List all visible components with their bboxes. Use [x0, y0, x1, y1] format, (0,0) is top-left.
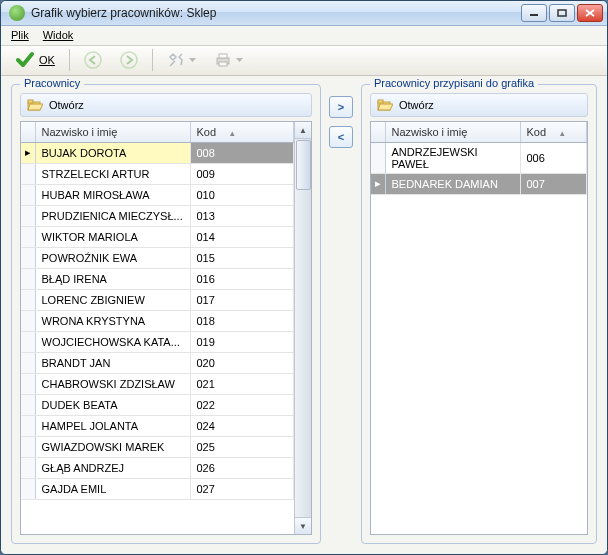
table-row[interactable]: LORENC ZBIGNIEW017: [21, 289, 294, 310]
ok-button[interactable]: OK: [9, 47, 61, 73]
employees-legend: Pracownicy: [20, 77, 84, 89]
row-marker-header[interactable]: [21, 122, 35, 142]
cell-code: 015: [190, 247, 294, 268]
table-row[interactable]: WOJCIECHOWSKA KATA...019: [21, 331, 294, 352]
scrollbar[interactable]: ▲ ▼: [294, 122, 311, 534]
cell-code: 010: [190, 184, 294, 205]
table-row[interactable]: HUBAR MIROSŁAWA010: [21, 184, 294, 205]
cell-name: BRANDT JAN: [35, 352, 190, 373]
cell-code: 020: [190, 352, 294, 373]
tools-button[interactable]: [161, 47, 202, 73]
table-row[interactable]: ▸BUJAK DOROTA008: [21, 142, 294, 163]
row-marker: [21, 478, 35, 499]
scroll-up-button[interactable]: ▲: [295, 122, 311, 139]
assigned-panel: Pracownicy przypisani do grafika Otwórz …: [361, 84, 597, 544]
col-name-header[interactable]: Nazwisko i imię: [385, 122, 520, 142]
cell-code: 024: [190, 415, 294, 436]
table-row[interactable]: GŁĄB ANDRZEJ026: [21, 457, 294, 478]
table-row[interactable]: HAMPEL JOLANTA024: [21, 415, 294, 436]
separator: [69, 49, 70, 71]
cell-name: WOJCIECHOWSKA KATA...: [35, 331, 190, 352]
assigned-grid: Nazwisko i imię Kod ANDRZEJEWSKI PAWEŁ00…: [370, 121, 588, 535]
cell-code: 016: [190, 268, 294, 289]
table-row[interactable]: BRANDT JAN020: [21, 352, 294, 373]
open-label: Otwórz: [49, 99, 84, 111]
col-code-header[interactable]: Kod: [520, 122, 587, 142]
table-row[interactable]: WRONA KRYSTYNA018: [21, 310, 294, 331]
cell-name: HUBAR MIROSŁAWA: [35, 184, 190, 205]
cell-name: CHABROWSKI ZDZISŁAW: [35, 373, 190, 394]
row-marker: ▸: [371, 173, 385, 194]
cell-code: 017: [190, 289, 294, 310]
table-row[interactable]: POWROŹNIK EWA015: [21, 247, 294, 268]
table-row[interactable]: GWIAZDOWSKI MAREK025: [21, 436, 294, 457]
table-row[interactable]: PRUDZIENICA MIECZYSŁ...013: [21, 205, 294, 226]
menu-widok[interactable]: Widok: [43, 29, 74, 41]
cell-code: 014: [190, 226, 294, 247]
employees-panel: Pracownicy Otwórz Nazwisko i imię Kod ▸B…: [11, 84, 321, 544]
folder-open-icon: [27, 98, 43, 112]
cell-code: 019: [190, 331, 294, 352]
row-marker: [21, 373, 35, 394]
cell-name: WRONA KRYSTYNA: [35, 310, 190, 331]
open-bar-left[interactable]: Otwórz: [20, 93, 312, 117]
close-button[interactable]: [577, 4, 603, 22]
menu-plik[interactable]: Plik: [11, 29, 29, 41]
row-marker: [21, 352, 35, 373]
nav-back-button[interactable]: [78, 47, 108, 73]
arrow-right-icon: [120, 51, 138, 69]
svg-rect-7: [219, 54, 227, 58]
cell-name: BŁĄD IRENA: [35, 268, 190, 289]
nav-fwd-button[interactable]: [114, 47, 144, 73]
scroll-track[interactable]: [295, 191, 311, 517]
table-row[interactable]: GAJDA EMIL027: [21, 478, 294, 499]
cell-name: ANDRZEJEWSKI PAWEŁ: [385, 142, 520, 173]
row-marker: [21, 247, 35, 268]
cell-code: 007: [520, 173, 587, 194]
cell-name: GŁĄB ANDRZEJ: [35, 457, 190, 478]
scroll-down-button[interactable]: ▼: [295, 517, 311, 534]
print-button[interactable]: [208, 47, 249, 73]
svg-rect-12: [378, 100, 383, 103]
table-row[interactable]: ▸BEDNAREK DAMIAN007: [371, 173, 587, 194]
toolbar: OK: [1, 46, 607, 76]
row-marker: [21, 226, 35, 247]
chevron-down-icon: [189, 58, 196, 63]
cell-code: 018: [190, 310, 294, 331]
cell-code: 013: [190, 205, 294, 226]
cell-name: LORENC ZBIGNIEW: [35, 289, 190, 310]
scroll-thumb[interactable]: [296, 140, 311, 190]
move-right-button[interactable]: >: [329, 96, 353, 118]
arrow-left-icon: [84, 51, 102, 69]
cell-code: 009: [190, 163, 294, 184]
table-row[interactable]: BŁĄD IRENA016: [21, 268, 294, 289]
row-marker: [21, 205, 35, 226]
table-row[interactable]: CHABROWSKI ZDZISŁAW021: [21, 373, 294, 394]
row-marker: [21, 436, 35, 457]
maximize-button[interactable]: [549, 4, 575, 22]
cell-name: GAJDA EMIL: [35, 478, 190, 499]
svg-rect-1: [558, 10, 566, 16]
move-left-button[interactable]: <: [329, 126, 353, 148]
menubar: Plik Widok: [1, 26, 607, 46]
table-row[interactable]: STRZELECKI ARTUR009: [21, 163, 294, 184]
app-icon: [9, 5, 25, 21]
open-bar-right[interactable]: Otwórz: [370, 93, 588, 117]
col-code-header[interactable]: Kod: [190, 122, 294, 142]
separator: [152, 49, 153, 71]
row-marker: [21, 310, 35, 331]
window: Grafik wybierz pracowników: Sklep Plik W…: [0, 0, 608, 555]
cell-name: BEDNAREK DAMIAN: [385, 173, 520, 194]
cell-code: 025: [190, 436, 294, 457]
row-marker-header[interactable]: [371, 122, 385, 142]
cell-code: 021: [190, 373, 294, 394]
table-row[interactable]: DUDEK BEATA022: [21, 394, 294, 415]
table-row[interactable]: WIKTOR MARIOLA014: [21, 226, 294, 247]
minimize-button[interactable]: [521, 4, 547, 22]
cell-code: 027: [190, 478, 294, 499]
cell-code: 022: [190, 394, 294, 415]
table-row[interactable]: ANDRZEJEWSKI PAWEŁ006: [371, 142, 587, 173]
col-name-header[interactable]: Nazwisko i imię: [35, 122, 190, 142]
cell-name: STRZELECKI ARTUR: [35, 163, 190, 184]
svg-rect-10: [28, 100, 33, 103]
